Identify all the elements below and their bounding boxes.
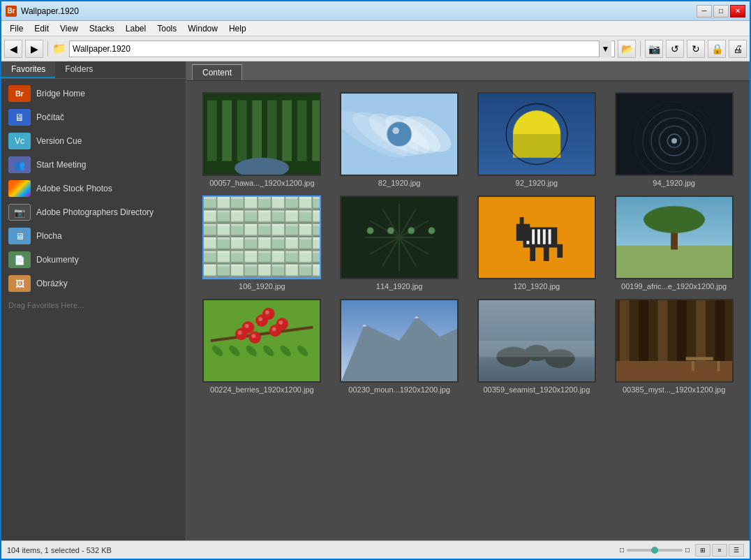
image-canvas-8	[616, 197, 732, 278]
app-icon: Br	[6, 6, 17, 17]
menu-item-window[interactable]: Window	[182, 22, 223, 35]
image-cell-4[interactable]: 94_1920.jpg	[609, 92, 738, 187]
toolbar: ◀ ▶ 📁 ▼ 📂 📷 ↺ ↻ 🔒 🖨	[1, 36, 750, 61]
sidebar-items: Br Bridge Home 🖥 Počítač Vc Version Cue …	[1, 79, 186, 540]
image-thumb-wrap-7	[477, 196, 596, 279]
path-input[interactable]	[73, 44, 599, 54]
sidebar-item-dokumenty[interactable]: 📄 Dokumenty	[1, 248, 186, 272]
image-thumb-wrap-5	[202, 196, 321, 279]
sidebar-item-adobe-photographers[interactable]: 📷 Adobe Photographers Directory	[1, 200, 186, 224]
image-label-12: 00385_myst..._1920x1200.jpg	[623, 385, 725, 394]
sidebar-item-adobe-stock-label: Adobe Stock Photos	[36, 184, 112, 193]
image-cell-10[interactable]: 00230_moun...1920x1200.jpg	[335, 299, 464, 394]
sidebar-item-obrazky[interactable]: 🖼 Obrázky	[1, 272, 186, 295]
image-canvas-5	[204, 197, 320, 278]
sidebar-item-start-meeting[interactable]: 👥 Start Meeting	[1, 153, 186, 177]
print-button[interactable]: 🖨	[729, 40, 747, 58]
sidebar-item-plocha-label: Plocha	[36, 231, 62, 241]
path-icon: 📁	[52, 42, 66, 55]
rotate-left-button[interactable]: ↺	[666, 40, 684, 58]
path-input-wrap: ▼	[69, 40, 615, 57]
image-canvas-6	[341, 197, 457, 278]
obrazky-icon: 🖼	[8, 275, 31, 292]
image-canvas-2	[341, 94, 457, 175]
image-label-4: 94_1920.jpg	[653, 179, 695, 187]
sidebar-tabs: Favorites Folders	[1, 61, 186, 79]
image-cell-6[interactable]: 114_1920.jpg	[335, 196, 464, 290]
content-tab-bar: Content	[186, 61, 750, 81]
view-details-button[interactable]: ≡	[712, 544, 727, 557]
window-controls: ─ □ ✕	[697, 5, 745, 17]
sidebar-item-version-cue[interactable]: Vc Version Cue	[1, 129, 186, 153]
image-cell-5[interactable]: 106_1920.jpg	[198, 196, 327, 290]
status-bar: 104 items, 1 selected - 532 KB □ □ ⊞ ≡ ☰	[1, 540, 750, 559]
path-dropdown-arrow[interactable]: ▼	[599, 40, 611, 57]
sidebar-item-plocha[interactable]: 🖥 Plocha	[1, 224, 186, 248]
menu-item-edit[interactable]: Edit	[29, 22, 54, 35]
menu-item-file[interactable]: File	[4, 22, 29, 35]
browse-folder-button[interactable]: 📂	[618, 40, 636, 58]
main-area: Favorites Folders Br Bridge Home 🖥 Počít…	[1, 61, 750, 540]
bridge-home-icon: Br	[8, 85, 31, 102]
menu-item-stacks[interactable]: Stacks	[84, 22, 120, 35]
rotate-right-button[interactable]: ↻	[687, 40, 705, 58]
image-label-8: 00199_afric...e_1920x1200.jpg	[621, 282, 727, 290]
zoom-label: □	[620, 546, 624, 554]
sidebar-item-bridge-home-label: Bridge Home	[36, 89, 85, 98]
drag-favorites-hint: Drag Favorites Here...	[1, 295, 186, 315]
minimize-button[interactable]: ─	[697, 5, 712, 17]
content-tab-content[interactable]: Content	[192, 64, 242, 80]
lock-button[interactable]: 🔒	[708, 40, 726, 58]
image-cell-2[interactable]: 82_1920.jpg	[335, 92, 464, 187]
sidebar-tab-folders[interactable]: Folders	[55, 61, 103, 78]
plocha-icon: 🖥	[8, 228, 31, 244]
image-cell-3[interactable]: 92_1920.jpg	[473, 92, 602, 187]
sidebar-item-pocitac[interactable]: 🖥 Počítač	[1, 105, 186, 129]
content-scroll[interactable]: 00057_hawa..._1920x1200.jpg 82_1920.jpg	[186, 81, 750, 540]
title-bar: Br Wallpaper.1920 ─ □ ✕	[1, 1, 750, 21]
image-thumb-wrap-8	[615, 196, 734, 279]
image-cell-7[interactable]: 120_1920.jpg	[473, 196, 602, 290]
sidebar-item-adobe-stock[interactable]: Adobe Stock Photos	[1, 177, 186, 200]
zoom-slider-thumb	[651, 547, 658, 554]
image-thumb-wrap-4	[615, 92, 734, 176]
camera-button[interactable]: 📷	[645, 40, 663, 58]
image-cell-11[interactable]: 00359_seamist_1920x1200.jpg	[473, 299, 602, 394]
menu-item-view[interactable]: View	[54, 22, 84, 35]
image-label-7: 120_1920.jpg	[514, 282, 560, 290]
sidebar-item-bridge-home[interactable]: Br Bridge Home	[1, 82, 186, 105]
back-button[interactable]: ◀	[4, 40, 22, 58]
computer-icon: 🖥	[8, 109, 31, 126]
image-thumb-wrap-10	[340, 299, 459, 383]
meeting-icon: 👥	[8, 156, 31, 173]
zoom-slider-track[interactable]	[627, 549, 683, 552]
image-thumb-wrap-3	[477, 92, 596, 176]
versioncue-icon: Vc	[8, 133, 31, 149]
window-title: Wallpaper.1920	[21, 6, 697, 16]
image-cell-1[interactable]: 00057_hawa..._1920x1200.jpg	[198, 92, 327, 187]
image-canvas-10	[341, 300, 457, 381]
image-canvas-11	[479, 300, 595, 381]
image-label-11: 00359_seamist_1920x1200.jpg	[483, 385, 590, 394]
scroll-wrap: 00057_hawa..._1920x1200.jpg 82_1920.jpg	[186, 81, 750, 540]
menu-item-tools[interactable]: Tools	[151, 22, 182, 35]
image-label-6: 114_1920.jpg	[376, 282, 423, 290]
sidebar-tab-favorites[interactable]: Favorites	[1, 61, 55, 78]
image-cell-12[interactable]: 00385_myst..._1920x1200.jpg	[609, 299, 738, 394]
main-window: Br Wallpaper.1920 ─ □ ✕ FileEditViewStac…	[0, 0, 751, 560]
toolbar-separator-1	[47, 41, 48, 57]
close-button[interactable]: ✕	[730, 5, 745, 17]
view-list-button[interactable]: ☰	[729, 544, 744, 557]
path-bar: 📁 ▼ 📂	[52, 40, 636, 58]
menu-item-label[interactable]: Label	[120, 22, 151, 35]
maximize-button[interactable]: □	[713, 5, 729, 17]
photographers-icon: 📷	[8, 204, 31, 221]
image-cell-8[interactable]: 00199_afric...e_1920x1200.jpg	[609, 196, 738, 290]
image-label-9: 00224_berries_1920x1200.jpg	[210, 385, 314, 394]
view-thumbnails-button[interactable]: ⊞	[695, 544, 711, 557]
menu-item-help[interactable]: Help	[223, 22, 252, 35]
forward-button[interactable]: ▶	[25, 40, 43, 58]
image-thumb-wrap-9	[202, 299, 321, 383]
image-cell-9[interactable]: 00224_berries_1920x1200.jpg	[198, 299, 327, 394]
image-label-5: 106_1920.jpg	[239, 282, 285, 290]
